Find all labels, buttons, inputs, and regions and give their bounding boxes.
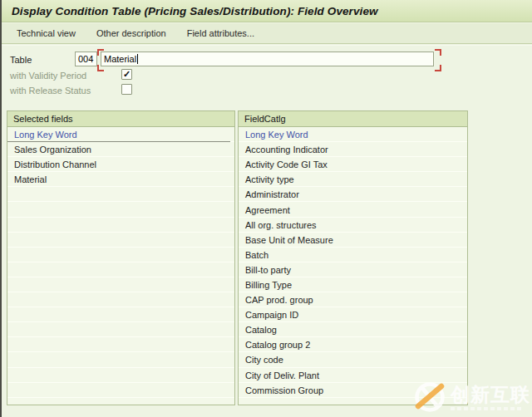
watermark: 创新互联 bbox=[413, 380, 530, 414]
watermark-tagline bbox=[451, 407, 524, 410]
selected-field-item[interactable]: Material bbox=[7, 172, 234, 187]
selected-field-item[interactable]: Sales Organization bbox=[7, 142, 234, 157]
toolbar-button[interactable]: Field attributes... bbox=[184, 26, 258, 41]
window-left-border bbox=[0, 0, 2, 417]
table-label: Table bbox=[10, 55, 32, 65]
field-catalog-header-label: FieldCatlg bbox=[244, 114, 286, 124]
focus-bracket-top-left bbox=[97, 49, 104, 56]
selected-field-item[interactable]: Distribution Channel bbox=[7, 157, 234, 172]
field-catalog-item[interactable]: Bill-to party bbox=[239, 262, 467, 277]
table-name-value: Material bbox=[104, 54, 136, 64]
text-cursor bbox=[137, 54, 138, 64]
table-name-input[interactable]: Material bbox=[101, 52, 434, 66]
release-status-label: with Release Status bbox=[10, 86, 91, 96]
selected-fields-list: Long Key Word Sales OrganizationDistribu… bbox=[7, 127, 234, 405]
field-catalog-item[interactable]: Administrator bbox=[239, 187, 467, 202]
application-toolbar: Technical viewOther descriptionField att… bbox=[2, 22, 532, 44]
field-catalog-item[interactable]: Accounting Indicator bbox=[239, 142, 467, 157]
field-catalog-item[interactable]: City code bbox=[239, 352, 467, 367]
page-title: Display Condition Table (Pricing Sales/D… bbox=[2, 5, 378, 17]
selected-fields-panel: Selected fields Long Key Word Sales Orga… bbox=[7, 110, 235, 405]
watermark-logo-icon bbox=[413, 380, 446, 414]
field-catalog-item[interactable]: CAP prod. group bbox=[239, 292, 467, 307]
field-catalog-list: Long Key Word Accounting IndicatorActivi… bbox=[239, 127, 467, 405]
release-status-checkbox[interactable] bbox=[121, 84, 132, 95]
field-catalog-item[interactable]: Campaign ID bbox=[239, 307, 467, 322]
field-catalog-item[interactable]: Activity Code GI Tax bbox=[239, 157, 467, 172]
selected-fields-header-label: Selected fields bbox=[13, 114, 73, 124]
field-catalog-header: FieldCatlg bbox=[239, 111, 467, 127]
field-catalog-item[interactable]: All org. structures bbox=[239, 218, 467, 233]
field-catalog-item[interactable]: Agreement bbox=[239, 202, 467, 217]
field-catalog-item[interactable]: Catalog group 2 bbox=[239, 337, 467, 352]
table-number-input[interactable]: 004 bbox=[75, 52, 97, 66]
watermark-text: 创新互联 bbox=[451, 385, 530, 405]
toolbar-button[interactable]: Other description bbox=[93, 26, 170, 41]
selected-fields-long-key-word-link[interactable]: Long Key Word bbox=[7, 127, 230, 142]
field-catalog-item[interactable]: Catalog bbox=[239, 322, 467, 337]
field-catalog-item[interactable]: Batch bbox=[239, 248, 467, 262]
validity-period-label: with Validity Period bbox=[10, 71, 86, 81]
field-catalog-panel: FieldCatlg Long Key Word Accounting Indi… bbox=[238, 110, 468, 405]
toolbar-button[interactable]: Technical view bbox=[13, 26, 79, 41]
field-catalog-item[interactable]: Base Unit of Measure bbox=[239, 233, 467, 248]
toolbar-divider bbox=[2, 45, 532, 46]
field-catalog-long-key-word-link[interactable]: Long Key Word bbox=[239, 127, 467, 142]
validity-period-checkbox[interactable] bbox=[121, 69, 132, 80]
field-catalog-item[interactable]: Billing Type bbox=[239, 277, 467, 292]
focus-bracket-bottom-right bbox=[435, 65, 441, 71]
titlebar: Display Condition Table (Pricing Sales/D… bbox=[2, 0, 532, 22]
selected-fields-header: Selected fields bbox=[7, 111, 234, 127]
focus-bracket-top-right bbox=[435, 49, 441, 56]
focus-bracket-bottom-left bbox=[97, 65, 104, 71]
field-catalog-item[interactable]: Activity type bbox=[239, 172, 467, 187]
